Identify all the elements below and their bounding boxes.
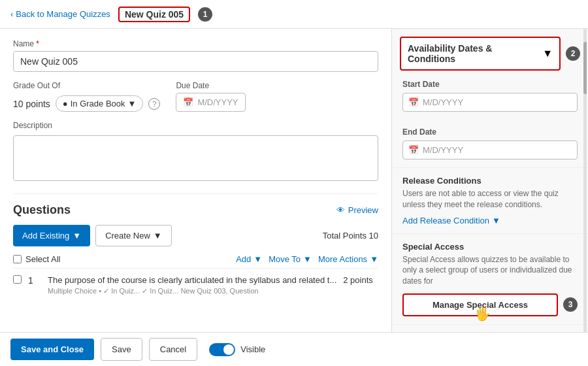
questions-header: Questions 👁 Preview <box>13 193 378 217</box>
question-meta: Multiple Choice • ✓ In Quiz... ✓ In Quiz… <box>48 287 336 295</box>
header: ‹ Back to Manage Quizzes New Quiz 005 1 <box>0 0 588 29</box>
description-section: Description <box>13 121 378 183</box>
name-input[interactable] <box>13 51 378 72</box>
end-date-input[interactable]: 📅 M/D/YYYY <box>402 141 578 159</box>
visibility-toggle[interactable] <box>209 343 235 356</box>
add-button[interactable]: Add ▼ <box>236 254 262 264</box>
end-date-section: End Date 📅 M/D/YYYY <box>392 118 588 159</box>
more-actions-button[interactable]: More Actions ▼ <box>318 254 378 264</box>
due-date-placeholder: M/D/YYYY <box>197 97 238 107</box>
name-label: Name * <box>13 39 378 48</box>
question-number: 1 <box>28 275 41 286</box>
page-title: New Quiz 005 <box>118 7 190 22</box>
chevron-left-icon: ‹ <box>10 9 13 19</box>
due-date-label: Due Date <box>176 81 245 90</box>
questions-actions: Add Existing ▼ Create New ▼ Total Points… <box>13 225 378 246</box>
calendar-icon: 📅 <box>183 97 193 107</box>
back-link[interactable]: ‹ Back to Manage Quizzes <box>10 9 110 19</box>
end-date-placeholder: M/D/YYYY <box>423 145 463 155</box>
chevron-down-icon: ▼ <box>73 231 81 241</box>
availability-dropdown[interactable]: Availability Dates & Conditions ▼ <box>400 37 561 71</box>
table-controls: Select All Add ▼ Move To ▼ More Actions … <box>13 254 378 268</box>
calendar-icon: 📅 <box>408 145 419 155</box>
in-grade-book-icon: ● <box>63 99 68 108</box>
question-checkbox[interactable] <box>13 275 22 284</box>
left-panel: Name * Grade Out Of 10 points ● In Grade… <box>0 29 392 332</box>
move-to-button[interactable]: Move To ▼ <box>269 254 312 264</box>
chevron-down-icon: ▼ <box>542 48 553 59</box>
chevron-down-icon: ▼ <box>492 216 500 225</box>
select-all-checkbox[interactable]: Select All <box>13 254 60 264</box>
add-release-condition-button[interactable]: Add Release Condition ▼ <box>402 216 500 225</box>
table-row: 1 The purpose of the course is clearly a… <box>13 268 378 302</box>
visibility-toggle-container: Visible <box>209 343 265 356</box>
due-date-input[interactable]: 📅 M/D/YYYY <box>176 93 245 112</box>
special-access-desc: Special Access allows quizzes to be avai… <box>402 254 578 287</box>
scrollbar[interactable] <box>583 29 587 332</box>
select-all-label: Select All <box>25 254 60 264</box>
save-and-close-button[interactable]: Save and Close <box>10 339 94 360</box>
due-date-field: Due Date 📅 M/D/YYYY <box>176 81 245 112</box>
calendar-icon: 📅 <box>408 97 419 107</box>
grade-field: Grade Out Of 10 points ● In Grade Book ▼… <box>13 81 160 112</box>
cancel-button[interactable]: Cancel <box>149 338 197 361</box>
chevron-down-icon: ▼ <box>303 254 312 264</box>
chevron-down-icon: ▼ <box>370 254 378 264</box>
step-badge-2: 2 <box>566 46 580 61</box>
availability-header-text: Availability Dates & Conditions <box>408 43 542 64</box>
chevron-down-icon: ▼ <box>128 99 137 108</box>
visible-label: Visible <box>240 344 265 354</box>
grade-value: 10 points <box>13 99 50 109</box>
step-badge-1: 1 <box>198 7 212 22</box>
grade-row: 10 points ● In Grade Book ▼ ? <box>13 95 160 112</box>
attempts-section[interactable]: Attempts & Completion › <box>392 324 588 332</box>
preview-button[interactable]: 👁 Preview <box>336 205 378 215</box>
save-button[interactable]: Save <box>101 338 142 361</box>
add-existing-button[interactable]: Add Existing ▼ <box>13 225 90 246</box>
total-points: Total Points 10 <box>323 231 378 241</box>
description-label: Description <box>13 121 378 130</box>
release-conditions-desc: Users are not able to access or view the… <box>402 188 578 210</box>
chevron-down-icon: ▼ <box>154 231 162 241</box>
grade-label: Grade Out Of <box>13 81 160 90</box>
start-date-section: Start Date 📅 M/D/YYYY <box>392 71 588 112</box>
description-textarea[interactable] <box>13 135 378 181</box>
question-points: 2 points <box>343 275 373 285</box>
release-conditions-heading: Release Conditions <box>402 176 578 186</box>
grade-book-button[interactable]: ● In Grade Book ▼ <box>56 95 144 112</box>
start-date-label: Start Date <box>402 80 578 89</box>
action-links: Add ▼ Move To ▼ More Actions ▼ <box>236 254 378 264</box>
start-date-placeholder: M/D/YYYY <box>423 97 463 107</box>
right-panel: Availability Dates & Conditions ▼ 2 Star… <box>392 29 588 332</box>
create-new-button[interactable]: Create New ▼ <box>95 225 172 246</box>
release-conditions-section: Release Conditions Users are not able to… <box>392 167 588 225</box>
start-date-input[interactable]: 📅 M/D/YYYY <box>402 93 578 112</box>
right-panel-header-row: Availability Dates & Conditions ▼ 2 <box>392 29 588 71</box>
question-content: The purpose of the course is clearly art… <box>48 275 336 295</box>
special-access-section: Special Access Special Access allows qui… <box>392 233 588 316</box>
main-layout: Name * Grade Out Of 10 points ● In Grade… <box>0 29 588 332</box>
question-text: The purpose of the course is clearly art… <box>48 275 336 285</box>
help-icon[interactable]: ? <box>148 98 160 110</box>
scrollbar-thumb[interactable] <box>583 42 587 94</box>
footer: Save and Close Save Cancel Visible <box>0 332 588 366</box>
questions-title: Questions <box>13 203 71 217</box>
cursor-icon: 🖐 <box>474 306 491 322</box>
grade-due-row: Grade Out Of 10 points ● In Grade Book ▼… <box>13 81 378 112</box>
manage-access-row: Manage Special Access 3 🖐 <box>402 293 578 316</box>
required-indicator: * <box>34 39 39 48</box>
add-create-group: Add Existing ▼ Create New ▼ <box>13 225 172 246</box>
special-access-heading: Special Access <box>402 242 578 252</box>
preview-icon: 👁 <box>336 205 345 215</box>
chevron-down-icon: ▼ <box>253 254 262 264</box>
select-all-checkbox-input[interactable] <box>13 255 22 263</box>
end-date-label: End Date <box>402 127 578 137</box>
step-badge-3: 3 <box>563 297 578 312</box>
